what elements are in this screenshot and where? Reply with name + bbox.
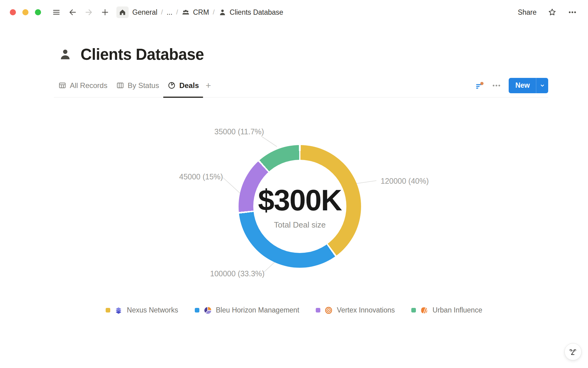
new-record-button[interactable]: New [509, 78, 548, 93]
titlebar: General / ... / CRM / Clients Database S… [0, 0, 588, 25]
person-icon [218, 8, 227, 17]
tab-label: By Status [128, 81, 159, 90]
table-icon [58, 81, 66, 90]
breadcrumb-item-clients-database[interactable]: Clients Database [218, 8, 283, 17]
more-options-button[interactable] [568, 8, 577, 17]
page-header: Clients Database [58, 45, 204, 63]
breadcrumb-separator: / [161, 8, 163, 16]
bullseye-icon [325, 306, 333, 314]
forward-button[interactable] [85, 8, 93, 17]
pie-quadrant-icon [204, 306, 212, 314]
breadcrumb-separator: / [176, 8, 178, 16]
tab-label: Deals [179, 81, 199, 90]
plus-icon [101, 8, 109, 17]
legend-label: Bleu Horizon Management [216, 306, 299, 314]
window-controls [10, 9, 41, 15]
page-title: Clients Database [81, 45, 204, 63]
breadcrumb-label: CRM [193, 8, 209, 17]
deals-donut-chart: 120000 (40%) 100000 (33.3%) 45000 (15%) … [0, 101, 588, 328]
filter-lines-icon [474, 81, 484, 90]
new-button-dropdown[interactable] [536, 78, 548, 93]
total-deal-size-value: $300K [258, 183, 342, 217]
legend-item-vertex[interactable]: Vertex Innovations [316, 306, 395, 314]
breadcrumb-label: ... [167, 8, 172, 17]
ellipsis-icon [492, 81, 501, 90]
sidebar-toggle-button[interactable] [52, 8, 61, 17]
favorite-button[interactable] [548, 8, 557, 17]
pie-icon [168, 81, 176, 90]
breadcrumb-label: General [132, 8, 157, 17]
person-icon [58, 48, 72, 62]
view-options-button[interactable] [492, 81, 501, 90]
breadcrumb-item-collapsed[interactable]: ... [167, 8, 172, 17]
slice-callout-nexus: 120000 (40%) [381, 177, 429, 186]
legend-swatch [195, 308, 199, 312]
legend-swatch [411, 308, 416, 312]
star-icon [548, 8, 557, 17]
ellipsis-icon [568, 8, 577, 17]
board-icon [116, 81, 124, 90]
notification-dot [480, 82, 484, 85]
forward-arrow-icon [85, 8, 93, 17]
total-deal-size-caption: Total Deal size [274, 220, 326, 230]
legend-label: Nexus Networks [127, 306, 178, 314]
add-view-button[interactable]: + [205, 81, 211, 90]
breadcrumb-label: Clients Database [230, 8, 283, 17]
view-tabs-bar: All Records By Status Deals + New [54, 74, 548, 98]
slice-callout-vertex: 45000 (15%) [179, 172, 223, 181]
breadcrumb-separator: / [213, 8, 215, 16]
tab-deals[interactable]: Deals [163, 74, 203, 97]
window-minimize-button[interactable] [22, 9, 28, 15]
back-arrow-icon [68, 8, 77, 17]
ai-face-icon [568, 347, 578, 357]
slice-callout-urban: 35000 (11.7%) [214, 127, 264, 136]
tab-all-records[interactable]: All Records [54, 74, 112, 97]
breadcrumb: General / ... / CRM / Clients Database [132, 8, 283, 17]
legend-label: Urban Influence [432, 306, 482, 314]
breadcrumb-item-crm[interactable]: CRM [182, 8, 209, 17]
legend-swatch [316, 308, 320, 312]
app: { "titlebar": { "separator": "/", "bread… [0, 0, 588, 368]
chevron-down-icon [539, 82, 546, 89]
hamburger-icon [52, 8, 61, 17]
legend-label: Vertex Innovations [337, 306, 395, 314]
home-icon [119, 8, 126, 16]
layers-cube-icon [115, 306, 123, 314]
filter-sort-button[interactable] [474, 81, 484, 90]
slice-callout-bleu: 100000 (33.3%) [210, 269, 265, 278]
striped-blob-icon [420, 306, 428, 314]
donut-ring[interactable]: $300K Total Deal size [239, 145, 361, 268]
notion-ai-button[interactable] [564, 343, 582, 360]
people-icon [182, 8, 190, 17]
back-button[interactable] [68, 8, 77, 17]
share-button[interactable]: Share [518, 8, 537, 17]
new-button-label: New [509, 78, 536, 93]
window-zoom-button[interactable] [35, 9, 41, 15]
home-button[interactable] [116, 6, 129, 18]
legend-swatch [106, 308, 110, 312]
chart-legend: Nexus Networks Bleu Horizon Management V… [0, 306, 588, 314]
tab-by-status[interactable]: By Status [112, 74, 164, 97]
tab-label: All Records [70, 81, 107, 90]
new-tab-button[interactable] [101, 8, 109, 17]
legend-item-nexus[interactable]: Nexus Networks [106, 306, 178, 314]
window-close-button[interactable] [10, 9, 16, 15]
legend-item-urban[interactable]: Urban Influence [411, 306, 482, 314]
breadcrumb-item-general[interactable]: General [132, 8, 157, 17]
legend-item-bleu[interactable]: Bleu Horizon Management [195, 306, 299, 314]
